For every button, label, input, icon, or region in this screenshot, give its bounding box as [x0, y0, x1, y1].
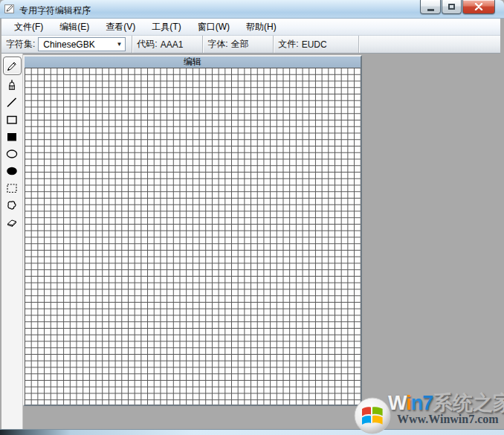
maximize-icon: [448, 4, 455, 10]
title-bar[interactable]: 专用字符编辑程序: [0, 0, 504, 19]
edit-grid-canvas[interactable]: [25, 68, 361, 405]
minimize-button[interactable]: [420, 0, 441, 14]
freeform-select-tool-button[interactable]: [3, 196, 21, 213]
pencil-icon: [5, 59, 19, 73]
bottom-window-frame: [0, 429, 504, 435]
edit-window-title: 编辑: [184, 56, 201, 68]
eraser-tool-button[interactable]: [3, 213, 21, 231]
chevron-down-icon: ▼: [116, 40, 122, 49]
menu-bar: 文件(F) 编辑(E) 查看(V) 工具(T) 窗口(W) 帮助(H): [1, 19, 500, 36]
window-title: 专用字符编辑程序: [19, 4, 91, 17]
edit-child-window: 编辑: [23, 55, 362, 406]
code-field: 代码: AAA1: [132, 36, 203, 53]
menu-edit[interactable]: 编辑(E): [51, 19, 97, 36]
freeform-select-icon: [5, 199, 19, 212]
maximize-button[interactable]: [442, 0, 462, 14]
eraser-icon: [5, 216, 19, 229]
brush-icon: [5, 79, 19, 92]
filled-ellipse-icon: [5, 164, 19, 178]
filled-rectangle-icon: [5, 130, 19, 144]
rect-select-tool-button[interactable]: [3, 179, 21, 196]
window-controls: [420, 0, 495, 14]
code-label: 代码:: [137, 38, 157, 51]
charset-group: 字符集: ChineseGBK ▼: [1, 36, 132, 53]
close-icon: [474, 3, 483, 10]
mdi-background: 编辑: [23, 54, 500, 429]
ellipse-icon: [5, 147, 19, 161]
font-label: 字体:: [207, 38, 227, 51]
menu-window[interactable]: 窗口(W): [190, 19, 238, 36]
minimize-icon: [427, 9, 434, 11]
client-area: 编辑: [1, 54, 500, 429]
toolbar: 字符集: ChineseGBK ▼ 代码: AAA1 字体: 全部 文件: EU…: [1, 36, 500, 54]
filled-ellipse-tool-button[interactable]: [3, 162, 21, 179]
filled-rectangle-tool-button[interactable]: [3, 128, 21, 145]
menu-file[interactable]: 文件(F): [6, 19, 51, 36]
charset-combobox[interactable]: ChineseGBK ▼: [38, 37, 126, 51]
close-button[interactable]: [462, 0, 495, 14]
menu-help[interactable]: 帮助(H): [238, 19, 285, 36]
menu-tools[interactable]: 工具(T): [143, 19, 189, 36]
line-icon: [5, 96, 19, 109]
rect-select-icon: [5, 181, 19, 195]
font-field: 字体: 全部: [203, 36, 274, 53]
charset-label: 字符集:: [6, 38, 35, 51]
rectangle-icon: [5, 113, 19, 126]
line-tool-button[interactable]: [3, 94, 21, 111]
app-window: 专用字符编辑程序 文件(F) 编辑(E) 查看(V) 工具(T) 窗口(W) 帮…: [0, 0, 504, 435]
file-field: 文件: EUDC: [274, 36, 359, 53]
file-value: EUDC: [302, 39, 327, 50]
ellipse-tool-button[interactable]: [3, 145, 21, 162]
rectangle-tool-button[interactable]: [3, 111, 21, 128]
charset-value: ChineseGBK: [43, 39, 94, 50]
tool-palette: [1, 54, 23, 429]
font-value: 全部: [231, 38, 249, 51]
menu-view[interactable]: 查看(V): [97, 19, 143, 36]
code-value: AAA1: [161, 39, 184, 50]
edit-window-titlebar[interactable]: 编辑: [25, 57, 361, 68]
file-label: 文件:: [278, 38, 298, 51]
pencil-tool-button[interactable]: [3, 57, 22, 75]
brush-tool-button[interactable]: [3, 77, 21, 94]
app-pencil-icon: [4, 4, 15, 14]
